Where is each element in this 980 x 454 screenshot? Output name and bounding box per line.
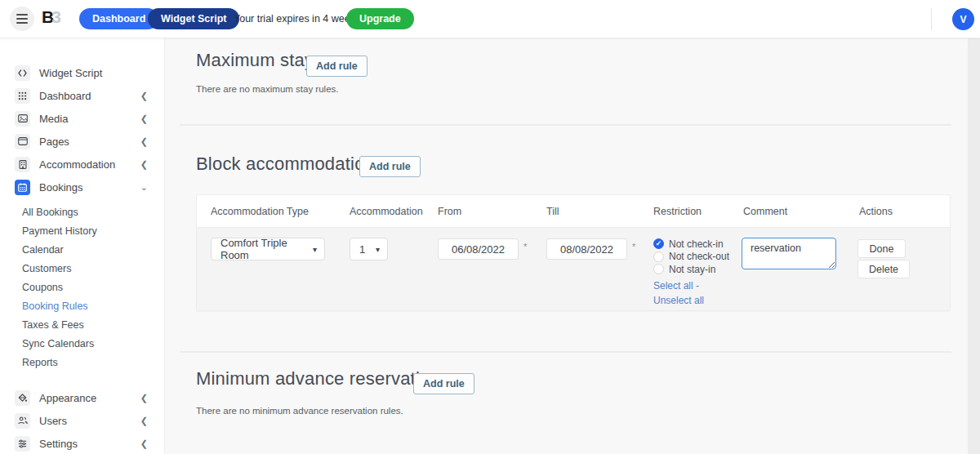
sidebar-item-dashboard[interactable]: Dashboard ❮ bbox=[0, 84, 164, 107]
sidebar: Widget Script Dashboard ❮ Media ❮ Pages … bbox=[0, 38, 165, 454]
restriction-not-check-in[interactable]: Not check-in bbox=[653, 238, 729, 250]
sidebar-item-pages[interactable]: Pages ❮ bbox=[0, 130, 164, 153]
comment-textarea[interactable]: reservation bbox=[742, 238, 836, 269]
block-accommodation-table: Accommodation Type Accommodation From Ti… bbox=[196, 194, 951, 311]
required-asterisk: * bbox=[632, 242, 635, 251]
sidebar-subitem-taxes-fees[interactable]: Taxes & Fees bbox=[0, 316, 164, 335]
sliders-icon bbox=[15, 436, 30, 452]
required-asterisk: * bbox=[523, 242, 527, 251]
sidebar-item-label: Media bbox=[39, 113, 68, 125]
block-accommodation-add-rule-button[interactable]: Add rule bbox=[359, 156, 421, 177]
restriction-label: Not check-in bbox=[669, 238, 724, 250]
sidebar-subitem-sync-calendars[interactable]: Sync Calendars bbox=[0, 335, 164, 354]
sidebar-item-label: Users bbox=[39, 415, 67, 427]
sidebar-item-appearance[interactable]: Appearance ❮ bbox=[0, 386, 164, 409]
section-divider bbox=[180, 351, 951, 353]
column-header-accommodation: Accommodation bbox=[350, 206, 423, 217]
accommodation-number-value: 1 bbox=[359, 243, 365, 256]
chevron-left-icon: ❮ bbox=[140, 137, 148, 146]
users-icon bbox=[15, 413, 30, 429]
sidebar-item-label: Widget Script bbox=[39, 67, 102, 79]
sidebar-item-bookings[interactable]: Bookings ⌄ bbox=[0, 176, 164, 198]
column-header-from: From bbox=[438, 206, 461, 217]
maximum-stay-title: Maximum stay bbox=[196, 50, 314, 71]
column-header-accommodation-type: Accommodation Type bbox=[211, 206, 309, 217]
topbar-divider bbox=[931, 8, 932, 30]
pages-icon bbox=[15, 134, 30, 149]
sidebar-item-label: Dashboard bbox=[39, 90, 91, 102]
sidebar-item-label: Appearance bbox=[39, 392, 96, 404]
minimum-advance-empty-text: There are no minimum advance reservation… bbox=[196, 406, 403, 416]
unselect-all-link[interactable]: Unselect all bbox=[653, 295, 729, 307]
restriction-label: Not stay-in bbox=[669, 264, 715, 275]
column-header-restriction: Restriction bbox=[653, 206, 702, 217]
sidebar-item-label: Settings bbox=[39, 438, 78, 450]
chevron-left-icon: ❮ bbox=[140, 439, 148, 448]
maximum-stay-empty-text: There are no maximum stay rules. bbox=[196, 84, 338, 94]
sidebar-item-label: Accommodation bbox=[39, 158, 115, 171]
upgrade-button[interactable]: Upgrade bbox=[346, 8, 414, 29]
sidebar-item-widget-script[interactable]: Widget Script bbox=[0, 61, 164, 84]
main-content: Maximum stay Add rule There are no maxim… bbox=[165, 38, 968, 454]
from-date-input[interactable] bbox=[438, 238, 519, 260]
select-all-link[interactable]: Select all - bbox=[653, 280, 729, 292]
scrollbar-track[interactable] bbox=[968, 38, 980, 454]
radio-unchecked-icon[interactable] bbox=[653, 264, 664, 274]
column-header-actions: Actions bbox=[859, 206, 893, 217]
bookings-submenu: All Bookings Payment History Calendar Cu… bbox=[0, 198, 164, 376]
restriction-not-check-out[interactable]: Not check-out bbox=[653, 251, 729, 263]
grid-icon bbox=[15, 88, 30, 104]
user-avatar[interactable]: V bbox=[952, 8, 974, 30]
chevron-left-icon: ❮ bbox=[140, 416, 148, 425]
sidebar-subitem-booking-rules[interactable]: Booking Rules bbox=[0, 297, 164, 316]
chevron-down-icon: ▾ bbox=[313, 245, 317, 254]
sidebar-subitem-reports[interactable]: Reports bbox=[0, 354, 164, 372]
restriction-label: Not check-out bbox=[669, 251, 729, 262]
radio-checked-icon[interactable] bbox=[653, 238, 664, 249]
chevron-left-icon: ❮ bbox=[140, 160, 148, 169]
column-header-comment: Comment bbox=[743, 206, 787, 217]
accommodation-type-select[interactable]: Comfort Triple Room ▾ bbox=[211, 238, 325, 260]
building-icon bbox=[15, 157, 30, 172]
table-row: Comfort Triple Room ▾ 1 ▾ * * Not check-… bbox=[197, 228, 950, 310]
topbar: B3 Dashboard Widget Script Your trial ex… bbox=[0, 0, 980, 38]
sidebar-item-accommodation[interactable]: Accommodation ❮ bbox=[0, 153, 164, 176]
sidebar-subitem-customers[interactable]: Customers bbox=[0, 260, 164, 278]
image-icon bbox=[15, 111, 30, 127]
restriction-options: Not check-in Not check-out Not stay-in S… bbox=[653, 238, 729, 306]
sidebar-item-label: Bookings bbox=[39, 181, 82, 194]
paint-icon bbox=[15, 390, 30, 406]
table-header-row: Accommodation Type Accommodation From Ti… bbox=[197, 195, 950, 228]
accommodation-number-select[interactable]: 1 ▾ bbox=[350, 238, 388, 260]
till-date-input[interactable] bbox=[546, 238, 627, 260]
chevron-left-icon: ❮ bbox=[140, 114, 148, 123]
done-button[interactable]: Done bbox=[858, 239, 906, 258]
minimum-advance-add-rule-button[interactable]: Add rule bbox=[413, 373, 474, 394]
widget-script-button[interactable]: Widget Script bbox=[148, 8, 239, 29]
chevron-left-icon: ❮ bbox=[140, 91, 148, 100]
sidebar-subitem-all-bookings[interactable]: All Bookings bbox=[0, 203, 164, 222]
minimum-advance-title: Minimum advance reservation bbox=[196, 368, 440, 389]
sidebar-subitem-payment-history[interactable]: Payment History bbox=[0, 222, 164, 241]
code-icon bbox=[15, 65, 30, 81]
hamburger-menu-icon[interactable] bbox=[10, 7, 34, 31]
column-header-till: Till bbox=[546, 206, 559, 217]
maximum-stay-add-rule-button[interactable]: Add rule bbox=[306, 56, 368, 77]
dashboard-button[interactable]: Dashboard bbox=[79, 8, 158, 29]
radio-unchecked-icon[interactable] bbox=[653, 251, 664, 262]
section-divider bbox=[180, 124, 951, 126]
restriction-not-stay-in[interactable]: Not stay-in bbox=[653, 263, 729, 275]
sidebar-subitem-calendar[interactable]: Calendar bbox=[0, 241, 164, 260]
delete-button[interactable]: Delete bbox=[858, 260, 910, 278]
app-logo[interactable]: B3 bbox=[42, 7, 60, 27]
sidebar-item-settings[interactable]: Settings ❮ bbox=[0, 432, 164, 454]
sidebar-item-users[interactable]: Users ❮ bbox=[0, 409, 164, 432]
chevron-down-icon: ▾ bbox=[376, 245, 380, 254]
chevron-down-icon: ⌄ bbox=[140, 183, 148, 192]
sidebar-item-media[interactable]: Media ❮ bbox=[0, 107, 164, 130]
logo-ghost-letter: 3 bbox=[51, 7, 60, 26]
sidebar-subitem-coupons[interactable]: Coupons bbox=[0, 278, 164, 297]
trial-expiry-text: Your trial expires in 4 weeks bbox=[234, 13, 360, 24]
sidebar-item-label: Pages bbox=[39, 136, 69, 148]
calendar-icon bbox=[15, 180, 30, 195]
